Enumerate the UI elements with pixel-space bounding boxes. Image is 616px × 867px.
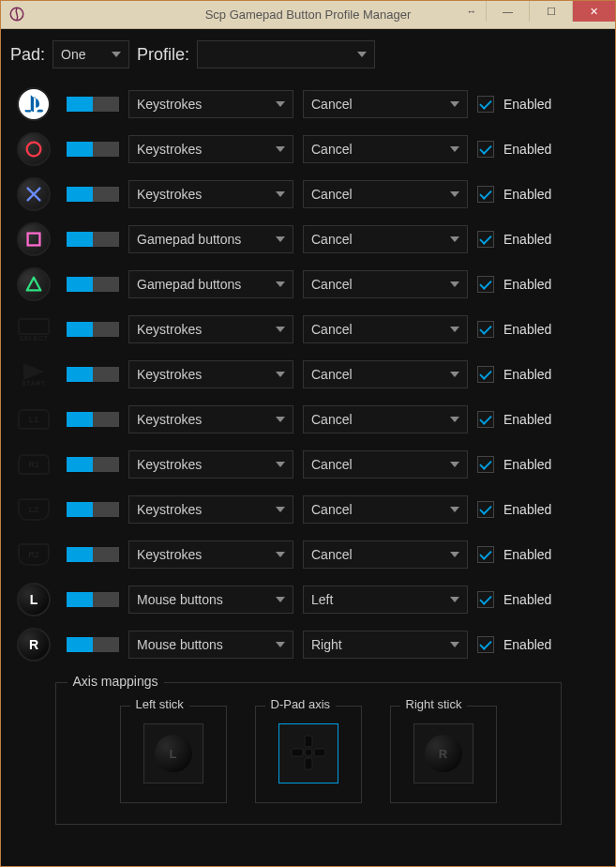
mapping-type-select[interactable]: Keystrokes bbox=[128, 405, 293, 434]
mapping-action-select[interactable]: Cancel bbox=[303, 360, 468, 388]
profile-select[interactable] bbox=[197, 40, 375, 68]
enabled-checkbox[interactable] bbox=[477, 186, 494, 203]
mapping-row: LMouse buttonsLeftEnabled bbox=[10, 577, 606, 622]
mapping-type-select[interactable]: Keystrokes bbox=[128, 315, 293, 343]
mapping-action-select[interactable]: Cancel bbox=[303, 180, 468, 208]
mapping-type-value: Gamepad buttons bbox=[137, 232, 241, 247]
dpad-button[interactable] bbox=[278, 723, 338, 783]
enabled-label: Enabled bbox=[503, 322, 560, 337]
chevron-down-icon bbox=[276, 191, 285, 197]
enabled-label: Enabled bbox=[503, 502, 560, 517]
mapping-type-select[interactable]: Gamepad buttons bbox=[128, 270, 293, 298]
enabled-checkbox[interactable] bbox=[477, 96, 494, 113]
mapping-action-value: Cancel bbox=[311, 412, 353, 427]
enabled-label: Enabled bbox=[503, 367, 560, 382]
mapping-action-select[interactable]: Cancel bbox=[303, 135, 468, 163]
enabled-checkbox[interactable] bbox=[477, 321, 494, 338]
titlebar[interactable]: Scp Gamepad Button Profile Manager ↔ — ☐… bbox=[1, 1, 615, 29]
turbo-slider[interactable] bbox=[67, 187, 119, 202]
mapping-action-select[interactable]: Cancel bbox=[303, 225, 468, 253]
mapping-action-select[interactable]: Cancel bbox=[303, 495, 468, 524]
turbo-slider[interactable] bbox=[67, 277, 119, 292]
mapping-type-select[interactable]: Keystrokes bbox=[128, 450, 293, 479]
mapping-action-select[interactable]: Cancel bbox=[303, 270, 468, 298]
turbo-slider[interactable] bbox=[67, 232, 119, 247]
mapping-type-value: Keystrokes bbox=[137, 457, 202, 472]
turbo-slider[interactable] bbox=[67, 97, 119, 112]
pad-select[interactable]: One bbox=[53, 40, 129, 68]
start-icon: START bbox=[10, 363, 57, 387]
turbo-slider[interactable] bbox=[67, 142, 119, 157]
chevron-down-icon bbox=[450, 146, 459, 152]
mapping-type-value: Keystrokes bbox=[137, 367, 202, 382]
mapping-action-select[interactable]: Cancel bbox=[303, 90, 468, 118]
mapping-action-select[interactable]: Cancel bbox=[303, 540, 468, 569]
mapping-action-value: Cancel bbox=[311, 367, 353, 382]
mapping-type-select[interactable]: Gamepad buttons bbox=[128, 225, 293, 253]
mapping-type-select[interactable]: Keystrokes bbox=[128, 540, 293, 569]
resize-handle-icon[interactable]: ↔ bbox=[458, 1, 486, 22]
dpad-icon bbox=[288, 732, 329, 776]
mapping-action-select[interactable]: Right bbox=[303, 631, 468, 659]
maximize-button[interactable]: ☐ bbox=[529, 1, 572, 22]
enabled-checkbox[interactable] bbox=[477, 231, 494, 248]
mapping-type-select[interactable]: Keystrokes bbox=[128, 360, 293, 388]
enabled-checkbox[interactable] bbox=[477, 141, 494, 158]
mapping-type-select[interactable]: Keystrokes bbox=[128, 90, 293, 118]
square-icon bbox=[10, 222, 57, 256]
mapping-action-value: Cancel bbox=[311, 97, 353, 112]
turbo-slider[interactable] bbox=[67, 322, 119, 337]
enabled-checkbox[interactable] bbox=[477, 591, 494, 608]
r2-icon: R2 bbox=[10, 543, 57, 566]
svg-rect-3 bbox=[305, 736, 312, 747]
left-stick-button[interactable]: L bbox=[143, 723, 203, 783]
chevron-down-icon bbox=[276, 462, 285, 467]
chevron-down-icon bbox=[450, 507, 459, 512]
mapping-action-select[interactable]: Left bbox=[303, 586, 468, 614]
mapping-type-value: Gamepad buttons bbox=[137, 277, 241, 292]
enabled-label: Enabled bbox=[503, 457, 560, 472]
enabled-checkbox[interactable] bbox=[477, 546, 494, 563]
mapping-action-select[interactable]: Cancel bbox=[303, 405, 468, 434]
enabled-checkbox[interactable] bbox=[477, 411, 494, 428]
top-toolbar: Pad: One Profile: bbox=[10, 38, 606, 70]
enabled-label: Enabled bbox=[503, 637, 560, 652]
chevron-down-icon bbox=[450, 462, 459, 467]
mapping-type-select[interactable]: Mouse buttons bbox=[128, 631, 293, 659]
mapping-type-value: Mouse buttons bbox=[137, 637, 223, 652]
mapping-type-select[interactable]: Keystrokes bbox=[128, 180, 293, 208]
mapping-type-value: Keystrokes bbox=[137, 547, 202, 562]
mapping-type-select[interactable]: Mouse buttons bbox=[128, 586, 293, 614]
right-stick-button[interactable]: R bbox=[413, 723, 473, 783]
enabled-checkbox[interactable] bbox=[477, 456, 494, 473]
right-stick-box: Right stick R bbox=[390, 706, 497, 803]
mapping-row: L2KeystrokesCancelEnabled bbox=[10, 487, 606, 532]
window-controls: ↔ — ☐ ✕ bbox=[458, 1, 615, 22]
circle-icon bbox=[10, 132, 57, 166]
enabled-checkbox[interactable] bbox=[477, 501, 494, 518]
turbo-slider[interactable] bbox=[67, 367, 119, 382]
mapping-action-select[interactable]: Cancel bbox=[303, 315, 468, 343]
pad-label: Pad: bbox=[10, 45, 45, 65]
turbo-slider[interactable] bbox=[67, 547, 119, 562]
chevron-down-icon bbox=[276, 507, 285, 512]
mapping-row: RMouse buttonsRightEnabled bbox=[10, 622, 606, 667]
minimize-button[interactable]: — bbox=[486, 1, 529, 22]
mapping-type-select[interactable]: Keystrokes bbox=[128, 135, 293, 163]
turbo-slider[interactable] bbox=[67, 412, 119, 427]
left-stick-legend: Left stick bbox=[130, 697, 189, 711]
turbo-slider[interactable] bbox=[67, 592, 119, 607]
mapping-type-select[interactable]: Keystrokes bbox=[128, 495, 293, 524]
enabled-checkbox[interactable] bbox=[477, 366, 494, 383]
close-button[interactable]: ✕ bbox=[572, 1, 615, 22]
chevron-down-icon bbox=[276, 597, 285, 602]
turbo-slider[interactable] bbox=[67, 502, 119, 517]
l1-icon: L1 bbox=[10, 409, 57, 430]
enabled-checkbox[interactable] bbox=[477, 276, 494, 293]
mapping-action-value: Cancel bbox=[311, 457, 353, 472]
turbo-slider[interactable] bbox=[67, 457, 119, 472]
enabled-label: Enabled bbox=[503, 97, 560, 112]
enabled-checkbox[interactable] bbox=[477, 636, 494, 653]
mapping-action-select[interactable]: Cancel bbox=[303, 450, 468, 479]
turbo-slider[interactable] bbox=[67, 637, 119, 652]
